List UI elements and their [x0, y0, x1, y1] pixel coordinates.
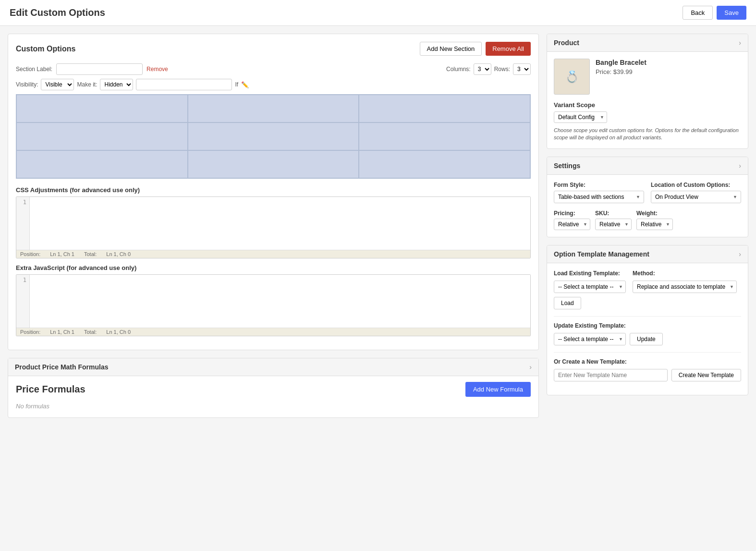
grid-cell[interactable] — [16, 95, 188, 122]
new-template-input[interactable] — [554, 369, 668, 381]
js-editor-wrapper: 1 Position: Ln 1, Ch 1 Total: Ln 1, Ch 0 — [16, 274, 531, 336]
location-select-wrapper: On Product View — [651, 191, 741, 203]
load-select-wrapper: -- Select a template -- — [554, 281, 626, 293]
pricing-select[interactable]: RelativeFixed — [554, 219, 590, 230]
add-section-button[interactable]: Add New Section — [420, 42, 482, 56]
rows-select[interactable]: 3124 — [513, 63, 531, 75]
visibility-select[interactable]: VisibleHidden — [41, 79, 74, 90]
visibility-label: Visibility: — [16, 81, 38, 88]
page-title: Edit Custom Options — [10, 7, 105, 18]
make-it-select[interactable]: HiddenVisible — [100, 79, 133, 90]
sku-select[interactable]: RelativeFixed — [595, 219, 632, 230]
method-label: Method: — [633, 270, 737, 277]
product-panel-header: Product › — [547, 34, 748, 52]
pricing-label: Pricing: — [554, 210, 590, 217]
js-label: Extra JavaScript (for advanced use only) — [16, 264, 531, 271]
weight-select[interactable]: RelativeFixed — [636, 219, 673, 230]
pricing-row: Pricing: RelativeFixed SKU: — [554, 210, 741, 230]
remove-all-button[interactable]: Remove All — [486, 42, 531, 56]
load-button[interactable]: Load — [554, 297, 581, 309]
js-total-label: Total: — [84, 329, 97, 335]
left-panel: Custom Options Add New Section Remove Al… — [8, 34, 539, 418]
grid-cell[interactable] — [16, 150, 188, 178]
section-label-input[interactable] — [56, 63, 143, 75]
product-panel-body: 💍 Bangle Bracelet Price: $39.99 Variant … — [547, 52, 748, 148]
grid-row-3 — [16, 150, 530, 178]
create-template-button[interactable]: Create New Template — [671, 369, 741, 381]
location-label: Location of Custom Options: — [651, 182, 741, 188]
css-input[interactable] — [30, 197, 530, 250]
create-template-label: Or Create a New Template: — [554, 358, 741, 365]
section-label-text: Section Label: — [16, 66, 52, 73]
form-style-select-wrapper: Table-based with sections — [554, 191, 644, 203]
template-panel-header: Option Template Management › — [547, 245, 748, 263]
settings-panel-title: Settings — [554, 162, 580, 170]
settings-panel-header: Settings › — [547, 157, 748, 175]
custom-options-card: Custom Options Add New Section Remove Al… — [8, 34, 539, 350]
add-formula-button[interactable]: Add New Formula — [465, 382, 531, 397]
price-formulas-title: Price Formulas — [16, 384, 85, 395]
price-formulas-chevron-icon: › — [529, 363, 532, 371]
update-button[interactable]: Update — [630, 333, 663, 345]
js-input[interactable] — [30, 275, 530, 328]
pricing-select-wrapper: RelativeFixed — [554, 219, 590, 230]
grid-container — [16, 94, 531, 179]
grid-row-2 — [16, 122, 530, 150]
js-total-value: Ln 1, Ch 0 — [106, 329, 131, 335]
remove-link[interactable]: Remove — [146, 66, 168, 73]
scope-select[interactable]: Default Config — [554, 111, 607, 123]
sku-label: SKU: — [595, 210, 632, 217]
header-actions: Add New Section Remove All — [420, 42, 531, 56]
method-field: Method: Replace and associate to templat… — [633, 270, 737, 293]
grid-cell[interactable] — [188, 122, 359, 150]
method-select-wrapper: Replace and associate to template Replac… — [633, 281, 737, 293]
edit-condition-icon[interactable]: ✏️ — [241, 81, 249, 88]
condition-input[interactable] — [136, 79, 232, 90]
save-button[interactable]: Save — [717, 6, 746, 20]
css-editor-wrapper: 1 Position: Ln 1, Ch 1 Total: Ln 1, Ch 0 — [16, 196, 531, 258]
price-formulas-header: Price Formulas Add New Formula — [16, 382, 531, 397]
js-editor-area: 1 — [16, 275, 530, 328]
header-buttons: Back Save — [683, 6, 746, 20]
js-line-numbers: 1 — [16, 275, 30, 328]
location-select[interactable]: On Product View — [651, 191, 741, 203]
grid-cell[interactable] — [359, 150, 530, 178]
page-header: Edit Custom Options Back Save — [0, 0, 756, 26]
form-style-field: Form Style: Table-based with sections — [554, 182, 644, 203]
columns-select[interactable]: 3124 — [474, 63, 491, 75]
update-template-select[interactable]: -- Select a template -- — [554, 333, 626, 345]
method-select[interactable]: Replace and associate to template Replac… — [633, 281, 737, 293]
product-details: Bangle Bracelet Price: $39.99 — [596, 59, 741, 75]
custom-options-title: Custom Options — [16, 45, 75, 53]
make-it-label: Make it: — [77, 81, 97, 88]
product-name: Bangle Bracelet — [596, 59, 741, 66]
grid-cell[interactable] — [359, 122, 530, 150]
grid-cell[interactable] — [16, 122, 188, 150]
weight-select-wrapper: RelativeFixed — [636, 219, 673, 230]
product-image: 💍 — [554, 59, 590, 95]
scope-select-wrapper: Default Config — [554, 111, 741, 123]
load-template-section: Load Existing Template: -- Select a temp… — [554, 270, 741, 309]
price-label: Price: — [596, 68, 611, 75]
grid-cell[interactable] — [359, 95, 530, 122]
css-total-value: Ln 1, Ch 0 — [106, 251, 131, 257]
price-formulas-card-header: Product Price Math Formulas › — [8, 358, 538, 376]
load-template-label: Load Existing Template: — [554, 270, 626, 277]
if-label: If — [235, 81, 238, 88]
product-panel: Product › 💍 Bangle Bracelet Price: $39.9… — [547, 34, 748, 149]
js-position-value: Ln 1, Ch 1 — [50, 329, 74, 335]
load-template-select[interactable]: -- Select a template -- — [554, 281, 626, 293]
back-button[interactable]: Back — [683, 6, 713, 20]
variant-scope-section: Variant Scope Default Config Choose scop… — [554, 101, 741, 142]
no-formulas-text: No formulas — [16, 403, 531, 410]
css-editor-area: 1 — [16, 197, 530, 250]
css-editor-section: CSS Adjustments (for advanced use only) … — [16, 186, 531, 258]
settings-panel: Settings › Form Style: Table-based with … — [547, 157, 748, 237]
location-field: Location of Custom Options: On Product V… — [651, 182, 741, 203]
grid-cell[interactable] — [188, 95, 359, 122]
visibility-row: Visibility: VisibleHidden Make it: Hidde… — [16, 79, 531, 90]
grid-cell[interactable] — [188, 150, 359, 178]
right-panel: Product › 💍 Bangle Bracelet Price: $39.9… — [547, 34, 748, 418]
section-label-row: Section Label: Remove Columns: 3124 Rows… — [16, 63, 531, 75]
form-style-select[interactable]: Table-based with sections — [554, 191, 644, 203]
